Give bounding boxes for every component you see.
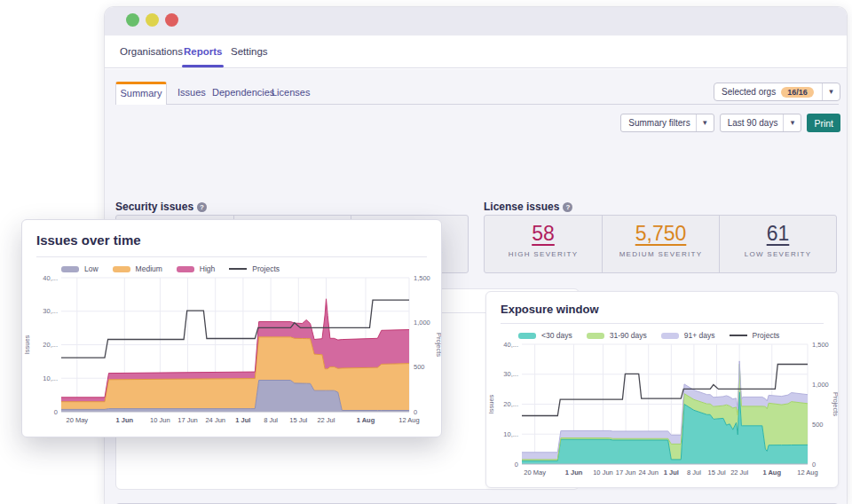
svg-text:1,500: 1,500	[414, 274, 430, 282]
svg-text:20 May: 20 May	[67, 416, 89, 424]
legend-line-swatch	[730, 335, 747, 336]
window-titlebar[interactable]	[105, 7, 847, 35]
nav-active-underline	[182, 65, 224, 67]
nav-item-organisations[interactable]: Organisations	[120, 46, 183, 57]
legend-swatch	[587, 333, 604, 339]
traffic-light-green-icon[interactable]	[126, 13, 139, 27]
svg-text:1 Jul: 1 Jul	[235, 416, 250, 424]
selected-orgs-label: Selected orgs	[714, 87, 776, 97]
chevron-down-icon: ▾	[783, 114, 801, 131]
help-icon[interactable]: ?	[563, 202, 572, 212]
tab-summary[interactable]: Summary	[115, 82, 167, 105]
legend-item-projects[interactable]: Projects	[229, 264, 280, 273]
license-issues-heading: License issues?	[484, 201, 572, 213]
tab-issues[interactable]: Issues	[178, 87, 206, 98]
legend-line-swatch	[229, 268, 247, 270]
chevron-down-icon: ▾	[822, 83, 840, 100]
legend-item-low[interactable]: Low	[61, 264, 99, 273]
license-low-card: 61 LOW SEVERITY	[719, 216, 836, 272]
exposure-window-chart: 010,...20,...30,...40,...05001,0001,5002…	[486, 340, 838, 487]
filter-bar: Summary filters ▾ Last 90 days ▾ Print	[620, 114, 840, 132]
screenshot-stage: Organisations Reports Settings Summary I…	[0, 0, 852, 504]
issues-over-time-title: Issues over time	[22, 220, 441, 256]
selected-orgs-dropdown[interactable]: Selected orgs 16/16 ▾	[714, 83, 840, 101]
svg-text:Issues: Issues	[487, 394, 495, 413]
exposure-window-title: Exposure window	[486, 292, 838, 323]
svg-text:Issues: Issues	[23, 335, 31, 354]
legend-item-projects[interactable]: Projects	[730, 331, 780, 340]
legend-label: 31-90 days	[610, 331, 647, 340]
tab-dependencies[interactable]: Dependencies	[212, 87, 274, 98]
svg-text:8 Jul: 8 Jul	[264, 416, 278, 424]
legend-swatch	[177, 266, 194, 272]
legend-label: Projects	[252, 264, 280, 273]
license-medium-card: 5,750 MEDIUM SEVERITY	[602, 216, 719, 272]
issues-over-time-chart: 010,...20,...30,...40,...05001,0001,5002…	[22, 273, 441, 435]
svg-text:8 Jul: 8 Jul	[687, 469, 701, 476]
svg-text:1 Jul: 1 Jul	[664, 469, 679, 476]
nav-item-reports[interactable]: Reports	[184, 46, 222, 57]
security-issues-heading: Security issues?	[115, 201, 207, 213]
svg-text:1 Aug: 1 Aug	[762, 469, 781, 476]
nav-item-settings[interactable]: Settings	[231, 46, 268, 57]
license-medium-value[interactable]: 5,750	[603, 222, 719, 246]
date-range-label: Last 90 days	[721, 118, 784, 128]
svg-text:22 Jul: 22 Jul	[730, 469, 748, 476]
legend-label: Low	[84, 264, 99, 273]
legend-label: 91+ days	[684, 331, 715, 340]
summary-filters-dropdown[interactable]: Summary filters ▾	[620, 114, 714, 132]
license-high-label: HIGH SEVERITY	[485, 250, 602, 258]
license-high-value[interactable]: 58	[485, 222, 602, 246]
legend-item-31-90[interactable]: 31-90 days	[587, 331, 647, 340]
issues-legend: Low Medium High Projects	[22, 257, 441, 273]
date-range-dropdown[interactable]: Last 90 days ▾	[720, 114, 802, 132]
exposure-legend: <30 days 31-90 days 91+ days Projects	[486, 324, 838, 340]
legend-label: High	[200, 264, 215, 273]
svg-text:12 Aug: 12 Aug	[797, 469, 817, 476]
svg-text:10 Jun: 10 Jun	[593, 469, 613, 476]
legend-swatch	[518, 333, 536, 339]
svg-text:Projects: Projects	[435, 333, 441, 357]
svg-text:1 Jun: 1 Jun	[115, 416, 133, 424]
summary-filters-label: Summary filters	[621, 118, 695, 128]
svg-text:40,...: 40,...	[503, 341, 518, 349]
svg-text:10 Jun: 10 Jun	[150, 416, 170, 424]
svg-text:24 Jun: 24 Jun	[638, 469, 659, 476]
svg-text:20,...: 20,...	[503, 400, 518, 408]
svg-text:40,...: 40,...	[43, 274, 58, 282]
legend-item-91plus[interactable]: 91+ days	[661, 331, 715, 340]
license-low-value[interactable]: 61	[720, 222, 836, 246]
svg-text:17 Jun: 17 Jun	[178, 416, 198, 424]
tab-licenses[interactable]: Licenses	[272, 87, 310, 98]
selected-orgs-count-badge: 16/16	[781, 87, 814, 98]
legend-item-under30[interactable]: <30 days	[518, 331, 572, 340]
security-issues-title: Security issues	[115, 201, 193, 213]
help-icon[interactable]: ?	[197, 202, 207, 212]
svg-text:0: 0	[54, 408, 58, 416]
svg-text:500: 500	[414, 363, 425, 371]
svg-text:20,...: 20,...	[43, 341, 58, 349]
svg-text:10,...: 10,...	[43, 374, 58, 382]
exposure-window-card: Exposure window <30 days 31-90 days 91+ …	[485, 291, 839, 488]
tabs-divider	[115, 104, 839, 105]
svg-text:1,000: 1,000	[812, 381, 829, 389]
svg-text:500: 500	[812, 421, 824, 429]
svg-text:10,...: 10,...	[503, 430, 518, 438]
legend-item-high[interactable]: High	[177, 264, 215, 273]
issues-over-time-card[interactable]: Issues over time Low Medium High Project…	[21, 219, 442, 437]
svg-text:0: 0	[515, 461, 518, 469]
svg-text:22 Jul: 22 Jul	[317, 416, 335, 424]
legend-swatch	[61, 266, 79, 272]
legend-label: Medium	[136, 264, 162, 273]
legend-label: <30 days	[541, 331, 572, 340]
traffic-light-red-icon[interactable]	[165, 13, 178, 27]
traffic-light-yellow-icon[interactable]	[146, 13, 159, 27]
svg-text:30,...: 30,...	[43, 307, 58, 315]
legend-item-medium[interactable]: Medium	[113, 264, 162, 273]
svg-text:17 Jun: 17 Jun	[616, 469, 636, 476]
license-issues-cards: 58 HIGH SEVERITY 5,750 MEDIUM SEVERITY 6…	[484, 215, 837, 273]
svg-text:Projects: Projects	[832, 392, 838, 416]
svg-text:15 Jul: 15 Jul	[289, 416, 307, 424]
license-issues-title: License issues	[484, 201, 559, 213]
print-button[interactable]: Print	[807, 114, 840, 132]
